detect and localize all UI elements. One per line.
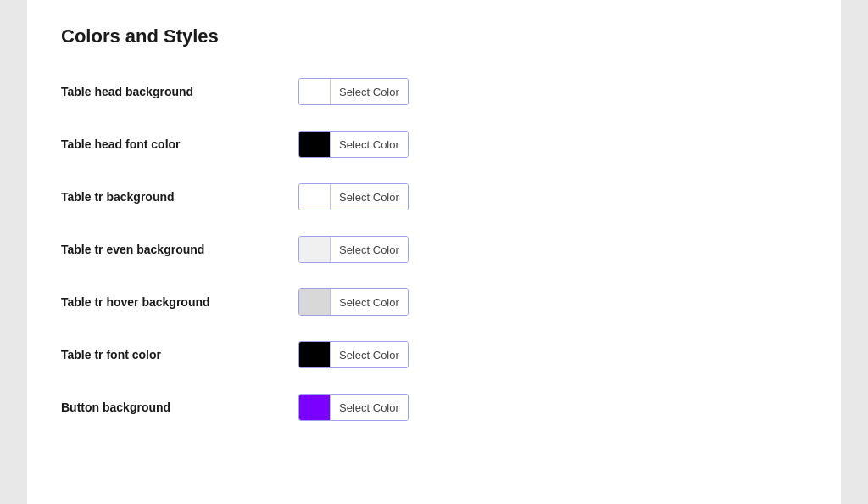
select-color-label-button-background: Select Color xyxy=(330,395,408,420)
color-swatch-table-tr-hover-background xyxy=(299,289,330,315)
select-color-label-table-tr-font-color: Select Color xyxy=(330,342,408,367)
label-table-tr-font-color: Table tr font color xyxy=(61,348,298,361)
select-color-label-table-tr-even-background: Select Color xyxy=(330,237,408,262)
select-color-label-table-tr-hover-background: Select Color xyxy=(330,289,408,315)
color-swatch-table-head-background xyxy=(299,79,330,104)
label-table-tr-background: Table tr background xyxy=(61,190,298,204)
color-row-button-background: Button backgroundSelect Color xyxy=(61,394,807,421)
color-picker-button-table-tr-background[interactable]: Select Color xyxy=(298,183,409,210)
color-picker-button-table-tr-font-color[interactable]: Select Color xyxy=(298,341,409,368)
color-row-table-tr-font-color: Table tr font colorSelect Color xyxy=(61,341,807,368)
label-table-tr-even-background: Table tr even background xyxy=(61,243,298,256)
color-swatch-table-tr-even-background xyxy=(299,237,330,262)
color-row-table-tr-background: Table tr backgroundSelect Color xyxy=(61,183,807,210)
color-row-table-tr-hover-background: Table tr hover backgroundSelect Color xyxy=(61,288,807,316)
color-row-table-tr-even-background: Table tr even backgroundSelect Color xyxy=(61,236,807,263)
color-row-table-head-font-color: Table head font colorSelect Color xyxy=(61,131,807,158)
main-panel: Colors and Styles Table head backgroundS… xyxy=(27,0,841,504)
label-table-head-background: Table head background xyxy=(61,85,298,98)
color-row-table-head-background: Table head backgroundSelect Color xyxy=(61,78,807,105)
color-swatch-table-tr-font-color xyxy=(299,342,330,367)
color-swatch-button-background xyxy=(299,395,330,420)
color-swatch-table-head-font-color xyxy=(299,132,330,157)
color-picker-button-button-background[interactable]: Select Color xyxy=(298,394,409,421)
color-picker-button-table-tr-even-background[interactable]: Select Color xyxy=(298,236,409,263)
color-picker-button-table-head-background[interactable]: Select Color xyxy=(298,78,409,105)
label-table-head-font-color: Table head font color xyxy=(61,137,298,151)
select-color-label-table-head-font-color: Select Color xyxy=(330,132,408,157)
color-picker-button-table-tr-hover-background[interactable]: Select Color xyxy=(298,288,409,316)
color-rows-container: Table head backgroundSelect ColorTable h… xyxy=(61,78,807,421)
select-color-label-table-head-background: Select Color xyxy=(330,79,408,104)
select-color-label-table-tr-background: Select Color xyxy=(330,184,408,210)
color-swatch-table-tr-background xyxy=(299,184,330,210)
page-title: Colors and Styles xyxy=(61,25,807,48)
color-picker-button-table-head-font-color[interactable]: Select Color xyxy=(298,131,409,158)
label-button-background: Button background xyxy=(61,400,298,414)
label-table-tr-hover-background: Table tr hover background xyxy=(61,295,298,309)
